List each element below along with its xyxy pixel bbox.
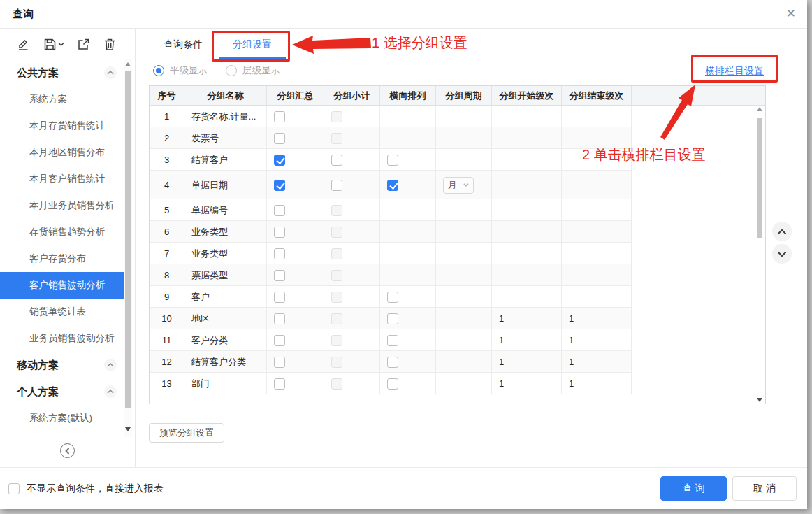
scroll-down-icon[interactable]	[757, 398, 762, 402]
close-icon[interactable]: ✕	[786, 6, 796, 21]
sidebar-scrollbar[interactable]	[124, 59, 132, 437]
column-header: 分组名称	[184, 86, 267, 106]
chevron-up-icon[interactable]	[104, 66, 117, 79]
cell: 1	[492, 351, 562, 373]
cell	[267, 243, 324, 264]
scroll-up-icon[interactable]	[757, 107, 762, 111]
sidebar-item-4[interactable]: 本月客户销售统计	[0, 166, 124, 192]
skip-conditions-checkbox[interactable]	[8, 483, 20, 494]
cell	[324, 243, 380, 264]
table-scrollbar[interactable]	[756, 107, 763, 402]
checkbox[interactable]	[274, 335, 285, 346]
cell	[267, 308, 324, 329]
cell	[267, 171, 324, 199]
sidebar-item-6[interactable]: 存货销售趋势分析	[0, 219, 124, 245]
checkbox[interactable]	[274, 357, 285, 368]
footer-bar: 不显示查询条件，直接进入报表 查 询 取 消	[0, 467, 807, 509]
checkbox-checked[interactable]	[274, 155, 285, 166]
chevron-up-icon[interactable]	[104, 359, 117, 371]
period-select[interactable]: 月	[443, 177, 474, 194]
trash-icon[interactable]	[103, 37, 117, 51]
cell	[562, 243, 632, 264]
move-down-button[interactable]	[772, 244, 792, 264]
cell	[267, 199, 324, 221]
scrollbar-thumb[interactable]	[125, 71, 131, 408]
sidebar-item-9[interactable]: 销货单统计表	[0, 299, 124, 325]
checkbox[interactable]	[274, 111, 285, 122]
checkbox[interactable]	[274, 227, 285, 238]
cell: 1	[562, 373, 632, 394]
tab-query-conditions[interactable]: 查询条件	[163, 29, 203, 59]
cell	[436, 149, 492, 171]
sidebar-item-10[interactable]: 业务员销售波动分析	[0, 325, 124, 352]
move-up-button[interactable]	[772, 222, 792, 241]
sidebar-section-11[interactable]: 移动方案	[0, 352, 124, 378]
cell	[562, 171, 632, 199]
checkbox[interactable]	[274, 378, 285, 390]
sidebar-label: 本月客户销售统计	[29, 173, 105, 185]
collapse-sidebar-button[interactable]	[60, 443, 75, 458]
checkbox[interactable]	[331, 155, 342, 166]
cell: 1	[562, 351, 632, 373]
chevron-up-icon[interactable]	[104, 385, 117, 398]
export-icon[interactable]	[77, 37, 91, 51]
column-header: 横向排列	[380, 86, 436, 106]
checkbox[interactable]	[331, 180, 342, 191]
cell	[324, 286, 380, 308]
sidebar-section-0[interactable]: 公共方案	[0, 59, 124, 86]
cell	[380, 243, 436, 264]
cell: 结算客户	[184, 149, 267, 171]
column-header: 分组结束级次	[562, 86, 632, 106]
checkbox[interactable]	[387, 313, 398, 324]
sidebar-item-3[interactable]: 本月地区销售分布	[0, 139, 124, 166]
horizontal-columns-settings-link[interactable]: 横排栏目设置	[705, 65, 764, 78]
checkbox[interactable]	[387, 292, 398, 303]
cell: 单据编号	[184, 199, 267, 221]
sidebar-item-5[interactable]: 本月业务员销售分析	[0, 192, 124, 219]
sidebar-item-13[interactable]: 系统方案(默认)	[0, 405, 124, 431]
radio-flat-display[interactable]	[153, 65, 164, 76]
edit-pencil-icon[interactable]	[17, 37, 31, 51]
cell: 10	[150, 308, 184, 329]
query-button[interactable]: 查 询	[660, 476, 727, 501]
checkbox	[331, 313, 342, 324]
tab-group-settings[interactable]: 分组设置	[219, 29, 286, 59]
cancel-button[interactable]: 取 消	[732, 476, 797, 501]
table-row: 6业务类型	[150, 221, 765, 243]
checkbox[interactable]	[274, 270, 285, 281]
radio-hierarchy-display[interactable]	[226, 65, 237, 76]
checkbox[interactable]	[274, 313, 285, 324]
checkbox[interactable]	[274, 133, 285, 144]
checkbox[interactable]	[387, 335, 398, 346]
sidebar-item-1[interactable]: 系统方案	[0, 86, 124, 113]
scroll-down-icon[interactable]	[125, 427, 131, 431]
checkbox[interactable]	[274, 292, 285, 303]
divider	[149, 413, 776, 413]
checkbox-checked[interactable]	[274, 180, 285, 191]
scrollbar-thumb[interactable]	[757, 118, 762, 238]
table-row: 5单据编号	[150, 199, 765, 221]
checkbox[interactable]	[274, 248, 285, 259]
preview-group-settings-button[interactable]: 预览分组设置	[149, 423, 224, 443]
sidebar-item-2[interactable]: 本月存货销售统计	[0, 113, 124, 139]
cell	[324, 149, 380, 171]
cell: 13	[150, 373, 184, 394]
cell	[267, 264, 324, 286]
sidebar-section-12[interactable]: 个人方案	[0, 378, 124, 405]
checkbox-checked[interactable]	[387, 180, 398, 191]
sidebar-item-8[interactable]: 客户销售波动分析	[0, 272, 124, 299]
checkbox[interactable]	[387, 155, 398, 166]
checkbox[interactable]	[274, 205, 285, 216]
row-filler	[632, 106, 765, 127]
table-row: 12结算客户分类11	[150, 351, 765, 373]
active-tab-underline	[219, 57, 286, 59]
sidebar-item-7[interactable]: 客户存货分布	[0, 245, 124, 272]
row-filler	[632, 329, 765, 351]
cell	[562, 286, 632, 308]
row-filler	[632, 308, 765, 329]
checkbox[interactable]	[387, 378, 398, 390]
checkbox[interactable]	[387, 357, 398, 368]
cell: 1	[492, 373, 562, 394]
scroll-up-icon[interactable]	[125, 62, 131, 66]
save-icon[interactable]	[43, 37, 64, 51]
